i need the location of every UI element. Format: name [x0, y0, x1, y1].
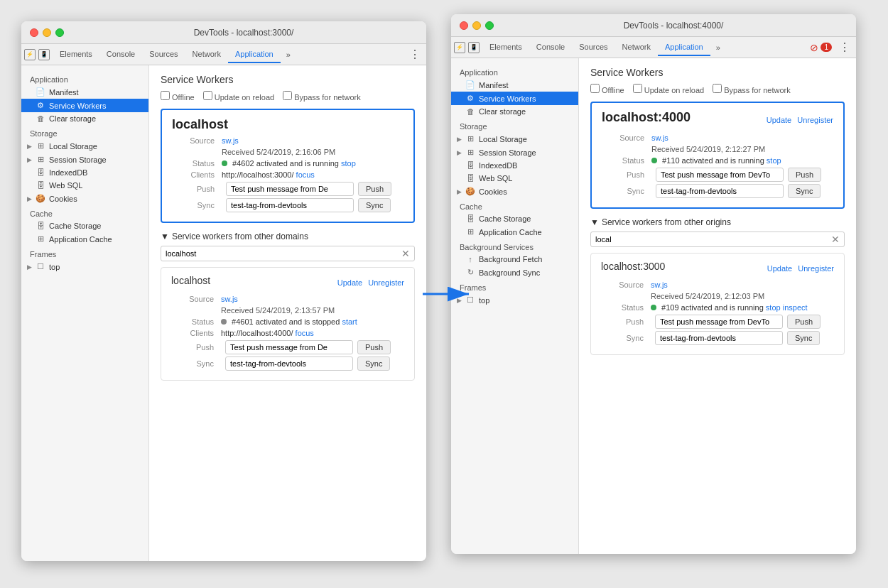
close-button[interactable]: [30, 28, 38, 37]
sidebar-item-service-workers[interactable]: ⚙ Service Workers: [21, 99, 148, 112]
right-update-on-reload-checkbox[interactable]: [633, 84, 642, 93]
right-filter-input[interactable]: [595, 235, 831, 244]
sub-status-label: Status: [171, 317, 214, 326]
right-app-cache-icon: ⊞: [465, 227, 475, 236]
right-sidebar-item-indexeddb[interactable]: 🗄 IndexedDB: [451, 159, 578, 172]
filter-input[interactable]: [166, 249, 401, 258]
bypass-for-network-checkbox[interactable]: [283, 91, 292, 100]
right-source-link[interactable]: sw.js: [651, 134, 668, 142]
sync-input[interactable]: [226, 198, 354, 212]
update-on-reload-checkbox[interactable]: [203, 91, 212, 100]
right-sidebar-item-cache-storage[interactable]: 🗄 Cache Storage: [451, 212, 578, 225]
right-minimize-button[interactable]: [472, 21, 481, 30]
minimize-button[interactable]: [43, 28, 51, 37]
right-maximize-button[interactable]: [485, 21, 494, 30]
tab-application[interactable]: Application: [228, 46, 281, 63]
right-sub-sync-input[interactable]: [655, 331, 783, 345]
right-tab-elements[interactable]: Elements: [482, 39, 529, 56]
sidebar-item-cache-storage[interactable]: 🗄 Cache Storage: [21, 219, 148, 232]
sidebar-item-websql[interactable]: 🗄 Web SQL: [21, 179, 148, 192]
right-unregister-link[interactable]: Unregister: [797, 116, 833, 124]
bg-sync-label: Background Sync: [479, 268, 540, 277]
right-tab-sources[interactable]: Sources: [572, 39, 614, 56]
right-bypass-for-network-label[interactable]: Bypass for network: [713, 84, 791, 94]
right-sub-unregister-link[interactable]: Unregister: [798, 264, 834, 273]
sidebar-item-manifest[interactable]: 📄 Manifest: [21, 85, 148, 99]
right-tab-application[interactable]: Application: [658, 39, 710, 56]
sub-push-input[interactable]: [225, 340, 353, 354]
right-push-button[interactable]: Push: [788, 168, 821, 182]
sub-source-link[interactable]: sw.js: [221, 295, 238, 303]
tab-elements[interactable]: Elements: [53, 46, 99, 63]
indexeddb-label: IndexedDB: [49, 168, 87, 177]
right-tab-console[interactable]: Console: [529, 39, 572, 56]
right-sync-input[interactable]: [656, 184, 784, 198]
right-sub-update-link[interactable]: Update: [767, 264, 792, 273]
arrow-icon: ▶: [27, 143, 32, 150]
right-sidebar-item-session-storage[interactable]: ▶ ⊞ Session Storage: [451, 146, 578, 159]
local-storage-icon: ⊞: [36, 141, 45, 151]
right-sidebar-item-manifest[interactable]: 📄 Manifest: [451, 78, 578, 92]
right-sub-push-button[interactable]: Push: [787, 315, 821, 329]
right-sidebar-item-websql[interactable]: 🗄 Web SQL: [451, 172, 578, 185]
right-offline-checkbox[interactable]: [590, 84, 600, 93]
right-sidebar-item-app-cache[interactable]: ⊞ Application Cache: [451, 225, 578, 239]
bypass-for-network-label[interactable]: Bypass for network: [283, 91, 361, 102]
right-sidebar-item-service-workers[interactable]: ⚙ Service Workers: [451, 92, 578, 105]
right-sidebar-item-clear-storage[interactable]: 🗑 Clear storage: [451, 105, 578, 118]
update-link[interactable]: Update: [337, 278, 362, 287]
start-link[interactable]: start: [342, 317, 357, 326]
sub-sync-button[interactable]: Sync: [357, 356, 390, 371]
right-sidebar-item-cookies[interactable]: ▶ 🍪 Cookies: [451, 185, 578, 198]
offline-checkbox-label[interactable]: Offline: [161, 91, 195, 102]
sidebar-item-session-storage[interactable]: ▶ ⊞ Session Storage: [21, 153, 148, 166]
offline-checkbox[interactable]: [161, 91, 170, 100]
update-on-reload-label[interactable]: Update on reload: [203, 91, 274, 102]
filter-clear-icon[interactable]: ✕: [401, 248, 410, 259]
unregister-link[interactable]: Unregister: [368, 278, 404, 287]
sidebar-item-app-cache[interactable]: ⊞ Application Cache: [21, 232, 148, 246]
right-sub-inspect-link[interactable]: inspect: [783, 303, 808, 312]
tab-console[interactable]: Console: [99, 46, 142, 63]
source-link[interactable]: sw.js: [222, 136, 239, 145]
right-sync-button[interactable]: Sync: [788, 184, 821, 198]
right-stop-link[interactable]: stop: [767, 156, 781, 165]
right-sub-stop-link[interactable]: stop: [766, 303, 781, 312]
sub-focus-link[interactable]: focus: [296, 329, 314, 337]
right-sidebar-item-bg-fetch[interactable]: ↑ Background Fetch: [451, 253, 578, 266]
focus-link[interactable]: focus: [296, 170, 315, 179]
push-button[interactable]: Push: [358, 182, 391, 196]
sidebar-item-local-storage[interactable]: ▶ ⊞ Local Storage: [21, 139, 148, 153]
right-filter-clear-icon[interactable]: ✕: [831, 234, 840, 245]
right-offline-checkbox-label[interactable]: Offline: [590, 84, 624, 94]
right-sidebar-item-bg-sync[interactable]: ↻ Background Sync: [451, 266, 578, 279]
right-tab-network[interactable]: Network: [615, 39, 658, 56]
stop-link[interactable]: stop: [341, 159, 356, 168]
maximize-button[interactable]: [55, 28, 64, 37]
sidebar-item-top[interactable]: ▶ ☐ top: [21, 260, 148, 273]
right-sub-push-input[interactable]: [655, 315, 783, 329]
right-update-link[interactable]: Update: [767, 116, 791, 124]
push-input[interactable]: [226, 182, 354, 196]
menu-dots[interactable]: ⋮: [406, 46, 423, 62]
right-sidebar-item-local-storage[interactable]: ▶ ⊞ Local Storage: [451, 132, 578, 146]
right-cache-storage-icon: 🗄: [465, 214, 475, 223]
right-bypass-for-network-checkbox[interactable]: [713, 84, 722, 93]
tab-sources[interactable]: Sources: [142, 46, 185, 63]
tab-network[interactable]: Network: [185, 46, 228, 63]
right-push-input[interactable]: [656, 168, 784, 182]
sidebar-item-cookies[interactable]: ▶ 🍪 Cookies: [21, 192, 148, 205]
right-close-button[interactable]: [460, 21, 468, 30]
right-tab-bar-right: ⊘ 1 ⋮: [810, 39, 853, 55]
sidebar-item-indexeddb[interactable]: 🗄 IndexedDB: [21, 166, 148, 179]
sub-push-button[interactable]: Push: [357, 340, 391, 354]
right-sub-source-link[interactable]: sw.js: [651, 281, 668, 289]
sidebar-item-clear-storage[interactable]: 🗑 Clear storage: [21, 112, 148, 125]
tab-more[interactable]: »: [281, 47, 296, 62]
right-update-on-reload-label[interactable]: Update on reload: [633, 84, 704, 94]
right-sub-sync-button[interactable]: Sync: [787, 331, 820, 345]
right-menu-dots[interactable]: ⋮: [836, 39, 853, 55]
right-tab-more[interactable]: »: [710, 40, 726, 55]
sub-sync-input[interactable]: [225, 356, 353, 371]
sync-button[interactable]: Sync: [358, 198, 391, 212]
